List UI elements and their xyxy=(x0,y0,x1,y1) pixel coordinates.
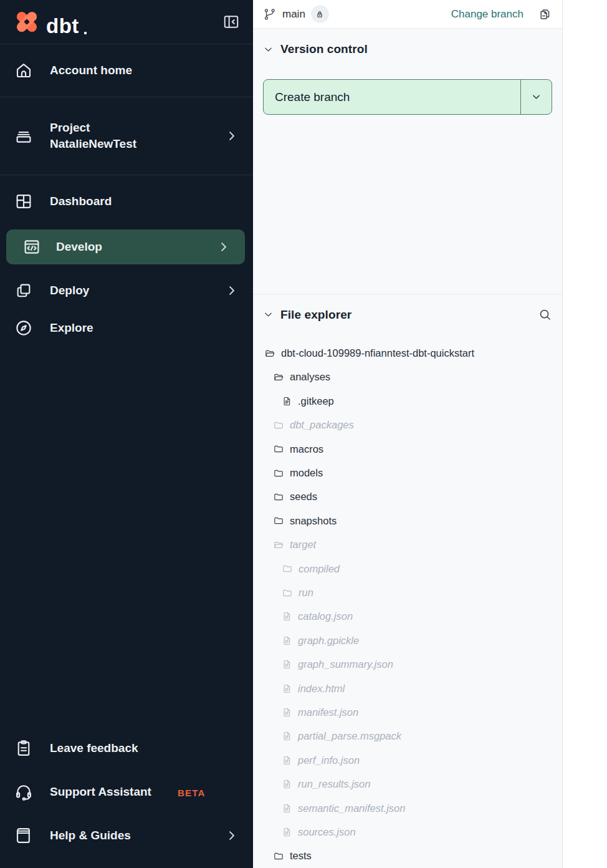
file-icon xyxy=(282,659,292,670)
tree-item-label: catalog.json xyxy=(298,610,353,622)
tree-item-label: graph.gpickle xyxy=(298,635,359,647)
tree-item-compiled[interactable]: compiled xyxy=(263,557,552,581)
sidebar-item-support-assistant[interactable]: Support AssistantBETA xyxy=(0,773,253,811)
folder-open-icon xyxy=(273,372,284,383)
sidebar-item-develop[interactable]: Develop xyxy=(6,229,245,264)
tree-item-dbt-cloud-109989-nfianntest-dbt-quickstart[interactable]: dbt-cloud-109989-nfianntest-dbt-quicksta… xyxy=(263,341,552,365)
sidebar-item-label: Dashboard xyxy=(50,193,112,210)
tree-item-label: manifest.json xyxy=(298,706,358,718)
version-control-section: Version control Create branch xyxy=(253,29,562,294)
feedback-icon xyxy=(14,738,34,758)
tree-item-run-results-json[interactable]: run_results.json xyxy=(263,772,552,796)
tree-item-label: snapshots xyxy=(290,515,337,527)
file-explorer-header: File explorer xyxy=(263,304,552,326)
create-branch-label: Create branch xyxy=(264,80,520,114)
current-branch-name: main xyxy=(282,8,305,21)
collapse-sidebar-icon[interactable] xyxy=(222,12,241,31)
sidebar-item-label: Account home xyxy=(50,62,132,79)
sidebar-item-label: ProjectNatalieNewTest xyxy=(50,120,136,152)
folder-icon xyxy=(273,491,284,503)
label-text: Leave feedback xyxy=(50,740,138,756)
tree-item-catalog-json[interactable]: catalog.json xyxy=(263,605,552,629)
branch-readonly-badge xyxy=(311,5,329,23)
sidebar-item-account-home[interactable]: Account home xyxy=(0,52,253,89)
change-branch-link[interactable]: Change branch xyxy=(451,8,523,21)
dbt-logo-dot xyxy=(84,32,87,34)
branch-bar: main Change branch xyxy=(253,0,562,29)
editor-area xyxy=(563,0,607,868)
file-explorer-title: File explorer xyxy=(280,308,351,322)
chevron-right-icon xyxy=(226,829,238,842)
sidebar: dbt Account homeProjectNatalieNewTestDas… xyxy=(0,0,253,868)
tree-item-label: tests xyxy=(290,850,312,862)
tree-item-label: sources.json xyxy=(298,826,356,838)
tree-item-partial-parse-msgpack[interactable]: partial_parse.msgpack xyxy=(263,725,552,748)
label-text: Support Assistant xyxy=(50,784,151,800)
sidebar-item-help-guides[interactable]: Help & Guides xyxy=(0,817,253,854)
tree-item-semantic-manifest-json[interactable]: semantic_manifest.json xyxy=(263,796,552,820)
sidebar-item-leave-feedback[interactable]: Leave feedback xyxy=(0,730,253,767)
label-text: Dashboard xyxy=(50,193,112,210)
side-panel: main Change branch Version control Creat… xyxy=(253,0,563,868)
tree-item-dbt-packages[interactable]: dbt_packages xyxy=(263,413,552,437)
tree-item-run[interactable]: run xyxy=(263,581,552,604)
lock-icon xyxy=(315,9,325,19)
folder-icon xyxy=(273,851,284,862)
tree-item-analyses[interactable]: analyses xyxy=(263,365,552,389)
tree-item-perf-info-json[interactable]: perf_info.json xyxy=(263,748,552,772)
sidebar-item-project[interactable]: ProjectNatalieNewTest xyxy=(0,105,253,167)
label-text: Explore xyxy=(50,320,93,336)
sidebar-item-dashboard[interactable]: Dashboard xyxy=(0,183,253,220)
folder-icon xyxy=(273,468,284,479)
tree-item-label: seeds xyxy=(290,491,317,503)
folder-icon xyxy=(282,587,293,599)
chevron-down-icon[interactable] xyxy=(263,44,274,55)
tree-item-label: index.html xyxy=(298,683,345,695)
chevron-down-icon xyxy=(531,92,542,102)
copy-icon[interactable] xyxy=(537,7,552,22)
tree-item-macros[interactable]: macros xyxy=(263,437,552,461)
file-icon xyxy=(282,611,292,622)
sidebar-header: dbt xyxy=(0,0,253,44)
file-icon xyxy=(282,803,292,814)
tree-item-label: dbt-cloud-109989-nfianntest-dbt-quicksta… xyxy=(281,347,474,359)
file-icon xyxy=(282,827,292,837)
tree-item-seeds[interactable]: seeds xyxy=(263,485,552,509)
sidebar-item-label: Leave feedback xyxy=(50,740,138,756)
tree-item-manifest-json[interactable]: manifest.json xyxy=(263,700,552,724)
support-icon xyxy=(14,782,34,802)
version-control-title: Version control xyxy=(280,42,368,56)
tree-item-graph-summary-json[interactable]: graph_summary.json xyxy=(263,652,552,676)
project-icon xyxy=(14,126,34,146)
tree-item-label: models xyxy=(290,467,323,479)
sidebar-item-explore[interactable]: Explore xyxy=(0,309,253,347)
chevron-down-icon[interactable] xyxy=(263,309,274,320)
label-text: Help & Guides xyxy=(50,827,131,844)
tree-item-label: run_results.json xyxy=(298,778,370,790)
search-icon[interactable] xyxy=(538,307,552,322)
develop-icon xyxy=(22,237,42,257)
tree-item-target[interactable]: target xyxy=(263,533,552,557)
sidebar-item-deploy[interactable]: Deploy xyxy=(0,272,253,309)
tree-item-snapshots[interactable]: snapshots xyxy=(263,509,552,533)
label-text: Develop xyxy=(56,239,102,255)
tree-item-tests[interactable]: tests xyxy=(263,844,552,868)
folder-open-icon xyxy=(264,348,275,359)
create-branch-dropdown[interactable] xyxy=(521,80,552,114)
tree-item-models[interactable]: models xyxy=(263,461,552,485)
tree-item-label: macros xyxy=(290,443,323,455)
create-branch-button[interactable]: Create branch xyxy=(263,79,552,115)
tree-item-gitkeep[interactable]: .gitkeep xyxy=(263,389,552,413)
label-text: Deploy xyxy=(50,282,89,299)
dbt-logo: dbt xyxy=(12,7,87,36)
sidebar-item-label: Support Assistant xyxy=(50,784,151,800)
folder-icon xyxy=(282,563,293,574)
folder-icon xyxy=(273,443,284,455)
tree-item-graph-gpickle[interactable]: graph.gpickle xyxy=(263,629,552,652)
chevron-right-icon xyxy=(226,284,238,297)
tree-item-index-html[interactable]: index.html xyxy=(263,677,552,700)
file-tree: dbt-cloud-109989-nfianntest-dbt-quicksta… xyxy=(263,341,552,868)
sidebar-item-label: Deploy xyxy=(50,282,89,299)
explore-icon xyxy=(14,318,34,338)
tree-item-sources-json[interactable]: sources.json xyxy=(263,820,552,844)
